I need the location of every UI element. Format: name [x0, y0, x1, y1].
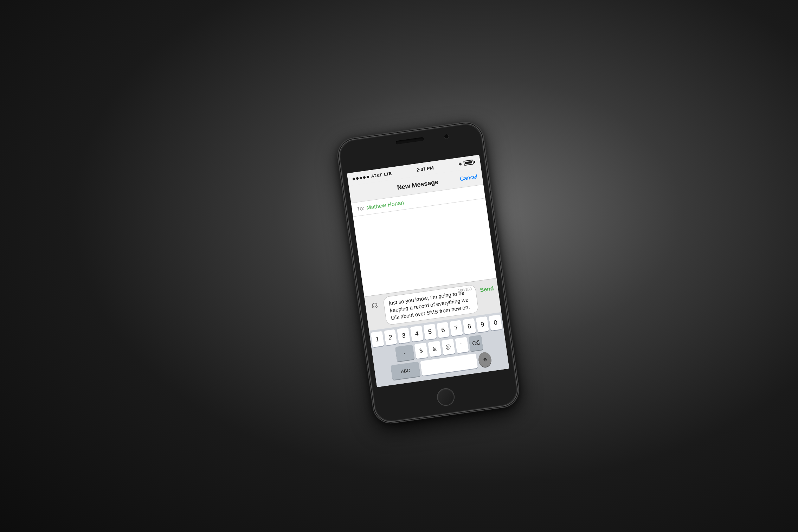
key-7[interactable]: 7 — [450, 320, 463, 336]
to-label: To: — [356, 205, 365, 212]
key-delete[interactable]: ⌫ — [468, 335, 483, 351]
home-button[interactable] — [436, 387, 456, 406]
key-0[interactable]: 0 — [489, 314, 502, 331]
key-1[interactable]: 1 — [371, 331, 384, 347]
camera-button[interactable]: ☊ — [368, 298, 382, 313]
battery-body — [463, 159, 474, 166]
send-button[interactable]: Send — [478, 282, 496, 296]
front-camera — [444, 133, 449, 139]
screen-content: AT&T LTE 2:07 PM ✱ — [347, 155, 509, 387]
battery-tip — [474, 160, 475, 162]
network-type: LTE — [384, 171, 392, 177]
signal-dot-5 — [366, 175, 369, 178]
key-9[interactable]: 9 — [476, 316, 489, 332]
signal-strength — [353, 175, 369, 180]
status-left: AT&T LTE — [352, 171, 392, 181]
key-dash[interactable]: - — [395, 344, 414, 361]
cancel-button[interactable]: Cancel — [459, 173, 478, 182]
signal-dot-1 — [353, 177, 355, 180]
battery-fill — [465, 161, 472, 164]
key-dollar[interactable]: $ — [414, 342, 428, 359]
key-ampersand[interactable]: & — [427, 341, 442, 357]
signal-dot-4 — [363, 176, 366, 179]
nav-title: New Message — [397, 178, 439, 191]
key-at[interactable]: @ — [441, 339, 455, 355]
carrier-name: AT&T — [371, 172, 382, 179]
key-5[interactable]: 5 — [423, 323, 437, 340]
camera-icon: ☊ — [371, 301, 378, 310]
signal-dot-3 — [360, 176, 362, 179]
battery-indicator — [463, 159, 476, 166]
screen: AT&T LTE 2:07 PM ✱ — [347, 155, 509, 387]
message-body[interactable]: just so you know, I'm going to be keepin… — [388, 288, 473, 321]
key-6[interactable]: 6 — [436, 322, 450, 338]
recipient-name: Mathew Honan — [366, 199, 404, 211]
key-2[interactable]: 2 — [384, 329, 397, 345]
key-4[interactable]: 4 — [410, 325, 424, 341]
status-right: ✱ — [458, 159, 475, 167]
key-dismiss[interactable]: ⊗ — [478, 351, 492, 368]
key-3[interactable]: 3 — [397, 327, 410, 343]
speaker — [395, 137, 424, 144]
bluetooth-icon: ✱ — [458, 161, 462, 166]
signal-dot-2 — [356, 177, 359, 180]
key-abc[interactable]: ABC — [391, 361, 420, 380]
key-8[interactable]: 8 — [463, 318, 476, 334]
key-quote[interactable]: " — [455, 337, 469, 353]
status-time: 2:07 PM — [416, 165, 434, 173]
